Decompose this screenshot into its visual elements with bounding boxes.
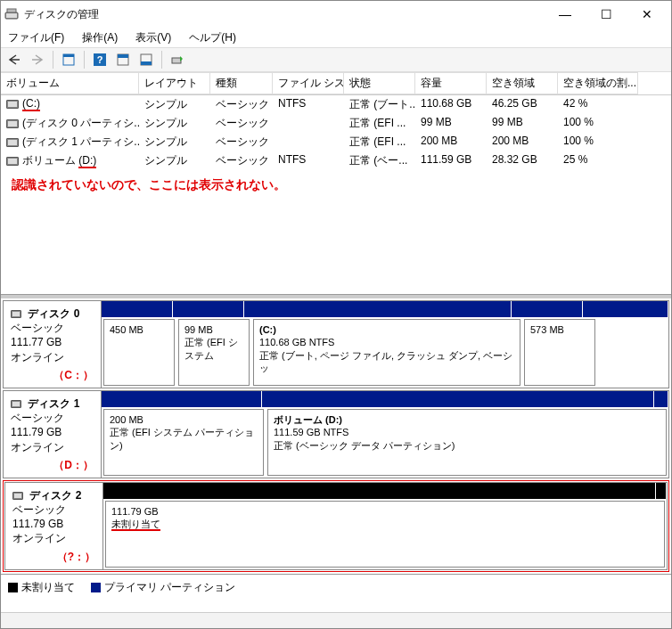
col-capacity[interactable]: 容量	[415, 72, 487, 94]
toolbar: ?	[1, 47, 671, 72]
legend: 未割り当て プライマリ パーティション	[1, 574, 671, 600]
app-icon	[4, 7, 19, 21]
properties-button[interactable]	[59, 50, 78, 69]
svg-text:?: ?	[97, 54, 103, 65]
close-button[interactable]: ✕	[627, 1, 668, 28]
window-title: ディスクの管理	[24, 7, 545, 22]
legend-primary: プライマリ パーティション	[91, 580, 235, 595]
drive-icon	[6, 100, 19, 109]
partition[interactable]: 200 MB正常 (EFI システム パーティション)	[103, 409, 264, 476]
disk-icon	[11, 400, 21, 408]
table-row[interactable]: (ディスク 0 パーティシ...シンプルベーシック正常 (EFI ...99 M…	[1, 114, 671, 133]
volume-list-header: ボリューム レイアウト 種類 ファイル システム 状態 容量 空き領域 空き領域…	[1, 72, 671, 95]
disk-row-highlighted: ディスク 2ベーシック111.79 GBオンライン（?：）111.79 GB未割…	[3, 480, 669, 572]
disk-header-stripe	[102, 301, 668, 317]
partition[interactable]: 450 MB	[103, 319, 175, 386]
drive-icon	[6, 157, 19, 166]
disk-header-stripe	[103, 483, 667, 499]
menu-action[interactable]: 操作(A)	[78, 29, 121, 47]
svg-rect-11	[172, 58, 181, 63]
svg-rect-10	[141, 61, 152, 65]
svg-rect-2	[7, 9, 16, 12]
help-icon[interactable]: ?	[90, 50, 110, 69]
statusbar	[1, 612, 671, 628]
disk-header-stripe	[102, 391, 668, 407]
partition[interactable]: (C:)110.68 GB NTFS正常 (ブート, ページ ファイル, クラッ…	[253, 319, 520, 386]
volume-list-body: (C:)シンプルベーシックNTFS正常 (ブート...110.68 GB46.2…	[1, 95, 671, 170]
view-top-button[interactable]	[113, 50, 133, 69]
drive-icon	[6, 119, 19, 128]
back-button[interactable]	[4, 50, 24, 69]
col-volume[interactable]: ボリューム	[1, 72, 139, 94]
drive-icon	[6, 138, 19, 147]
view-bottom-button[interactable]	[136, 50, 156, 69]
menu-help[interactable]: ヘルプ(H)	[185, 29, 240, 47]
svg-rect-1	[6, 13, 17, 18]
partition[interactable]: 573 MB	[524, 319, 595, 386]
disk-row: ディスク 2ベーシック111.79 GBオンライン（?：）111.79 GB未割…	[4, 482, 668, 570]
disk-label[interactable]: ディスク 0ベーシック111.77 GBオンライン（C：）	[4, 301, 102, 388]
menu-view[interactable]: 表示(V)	[132, 29, 175, 47]
col-freepct[interactable]: 空き領域の割...	[558, 72, 638, 94]
forward-button[interactable]	[28, 50, 47, 69]
disk-annotation: （?：）	[12, 546, 95, 564]
col-layout[interactable]: レイアウト	[139, 72, 210, 94]
titlebar: ディスクの管理 — ☐ ✕	[1, 1, 671, 28]
disk-row: ディスク 0ベーシック111.77 GBオンライン（C：）450 MB99 MB…	[3, 300, 669, 388]
col-fs[interactable]: ファイル システム	[273, 72, 344, 94]
menu-file[interactable]: ファイル(F)	[4, 29, 68, 47]
legend-unallocated: 未割り当て	[8, 580, 75, 595]
disk-annotation: （C：）	[11, 364, 94, 382]
disk-label[interactable]: ディスク 2ベーシック111.79 GBオンライン（?：）	[5, 483, 103, 569]
disk-label[interactable]: ディスク 1ベーシック111.79 GBオンライン（D：）	[4, 391, 102, 478]
menubar: ファイル(F) 操作(A) 表示(V) ヘルプ(H)	[1, 28, 671, 47]
partition[interactable]: 99 MB正常 (EFI システム	[178, 319, 250, 386]
partition[interactable]: ボリューム (D:)111.59 GB NTFS正常 (ベーシック データ パー…	[267, 409, 667, 476]
disk-annotation: （D：）	[11, 454, 94, 472]
svg-rect-4	[63, 54, 74, 57]
volume-list: ボリューム レイアウト 種類 ファイル システム 状態 容量 空き領域 空き領域…	[1, 72, 671, 295]
partition[interactable]: 111.79 GB未割り当て	[105, 501, 665, 568]
col-type[interactable]: 種類	[210, 72, 273, 94]
action-button[interactable]	[168, 50, 187, 69]
disk-graphical-view: ディスク 0ベーシック111.77 GBオンライン（C：）450 MB99 MB…	[1, 295, 671, 572]
maximize-button[interactable]: ☐	[586, 1, 627, 28]
svg-rect-8	[118, 54, 128, 58]
warning-annotation: 認識されていないので、ここには表示されない。	[1, 170, 671, 200]
table-row[interactable]: ボリューム (D:)シンプルベーシックNTFS正常 (ベー...111.59 G…	[1, 151, 671, 170]
disk-icon	[12, 492, 23, 500]
minimize-button[interactable]: —	[545, 1, 586, 28]
table-row[interactable]: (C:)シンプルベーシックNTFS正常 (ブート...110.68 GB46.2…	[1, 95, 671, 114]
col-status[interactable]: 状態	[344, 72, 415, 94]
disk-row: ディスク 1ベーシック111.79 GBオンライン（D：）200 MB正常 (E…	[3, 390, 669, 478]
table-row[interactable]: (ディスク 1 パーティシ...シンプルベーシック正常 (EFI ...200 …	[1, 133, 671, 151]
col-free[interactable]: 空き領域	[487, 72, 558, 94]
disk-icon	[11, 310, 21, 318]
